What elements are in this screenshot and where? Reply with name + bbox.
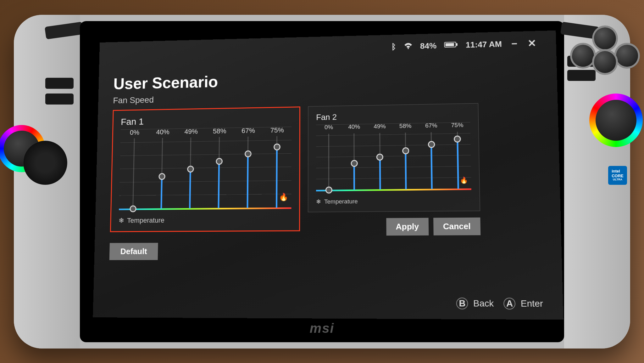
fan2-panel[interactable]: Fan 2 🔥 0% — [308, 103, 480, 212]
left-grip — [14, 15, 80, 349]
apply-button[interactable]: Apply — [386, 218, 429, 235]
handheld-device: ᛒ 84% 11:47 AM − ✕ User Scenario Fan Spe… — [14, 15, 630, 349]
cancel-button[interactable]: Cancel — [433, 217, 481, 235]
right-grip: intelCOREULTRA — [564, 15, 630, 349]
slider-value-label: 40% — [156, 128, 169, 136]
fan1-slider-area: 🔥 0% 40% — [119, 127, 292, 215]
fan1-title: Fan 1 — [121, 114, 292, 127]
fan1-slider-2[interactable]: 40% — [149, 128, 175, 208]
b-button[interactable] — [616, 45, 638, 67]
screen-bezel: ᛒ 84% 11:47 AM − ✕ User Scenario Fan Spe… — [80, 21, 564, 342]
menu-button[interactable] — [45, 94, 74, 105]
snowflake-icon: ❄ — [316, 198, 321, 205]
slider-value-label: 0% — [325, 124, 333, 131]
intel-badge: intelCOREULTRA — [608, 166, 627, 185]
fan1-slider-1[interactable]: 0% — [121, 129, 147, 209]
svg-rect-2 — [445, 43, 454, 46]
slider-value-label: 67% — [242, 127, 255, 135]
fan1-slider-5[interactable]: 67% — [236, 127, 260, 208]
hint-bar: B Back A Enter — [456, 298, 543, 309]
slider-value-label: 40% — [348, 123, 360, 130]
left-shoulder-button[interactable] — [45, 21, 84, 39]
fan2-slider-3[interactable]: 49% — [369, 123, 391, 190]
slider-value-label: 0% — [130, 128, 140, 137]
battery-percent: 84% — [420, 41, 437, 51]
fan2-slider-4[interactable]: 58% — [395, 123, 417, 189]
snowflake-icon: ❄ — [119, 216, 124, 224]
wifi-icon — [404, 41, 413, 51]
fan2-slider-5[interactable]: 67% — [420, 122, 443, 189]
slider-value-label: 67% — [425, 122, 437, 129]
bluetooth-icon: ᛒ — [391, 42, 396, 52]
axis-label: Temperature — [127, 216, 164, 224]
slider-value-label: 75% — [451, 122, 463, 129]
minimize-button[interactable]: − — [509, 38, 519, 49]
fan2-slider-6[interactable]: 75% — [446, 122, 469, 189]
right-analog-stick[interactable] — [589, 94, 643, 147]
fan1-footer: ❄ Temperature — [119, 215, 291, 224]
y-button[interactable] — [594, 27, 616, 49]
fan2-title: Fan 2 — [316, 110, 470, 122]
slider-value-label: 75% — [270, 126, 284, 134]
hint-enter: A Enter — [503, 298, 543, 309]
axis-label: Temperature — [324, 198, 358, 205]
fan2-slider-1[interactable]: 0% — [318, 124, 340, 190]
fan1-slider-3[interactable]: 49% — [178, 128, 203, 208]
fan1-slider-6[interactable]: 75% — [264, 127, 289, 208]
fan1-slider-4[interactable]: 58% — [207, 128, 232, 208]
default-button[interactable]: Default — [109, 243, 158, 260]
action-buttons: Apply Cancel — [308, 217, 480, 236]
clock: 11:47 AM — [466, 39, 502, 49]
slider-value-label: 49% — [374, 123, 386, 130]
face-buttons — [574, 27, 636, 90]
fan2-footer: ❄ Temperature — [316, 196, 472, 205]
status-bar: ᛒ 84% 11:47 AM − ✕ — [391, 37, 537, 53]
svg-rect-1 — [456, 43, 458, 45]
slider-value-label: 58% — [213, 127, 226, 135]
fan2-slider-2[interactable]: 40% — [343, 124, 365, 190]
dpad[interactable] — [23, 141, 67, 185]
hint-back: B Back — [456, 298, 494, 309]
fan2-slider-area: 🔥 0% 40% — [316, 122, 471, 196]
a-key-icon: A — [503, 298, 516, 309]
fan-panels: Fan 1 🔥 0% — [110, 102, 544, 236]
a-button[interactable] — [594, 51, 616, 73]
slider-value-label: 49% — [184, 128, 198, 136]
view-button[interactable] — [45, 78, 74, 89]
screen: ᛒ 84% 11:47 AM − ✕ User Scenario Fan Spe… — [93, 30, 563, 320]
brand-logo: msi — [310, 321, 334, 336]
x-button[interactable] — [572, 45, 594, 67]
b-key-icon: B — [456, 298, 468, 309]
close-button[interactable]: ✕ — [527, 37, 537, 49]
fan1-panel[interactable]: Fan 1 🔥 0% — [110, 106, 300, 232]
battery-icon — [444, 40, 458, 50]
slider-value-label: 58% — [399, 122, 412, 129]
